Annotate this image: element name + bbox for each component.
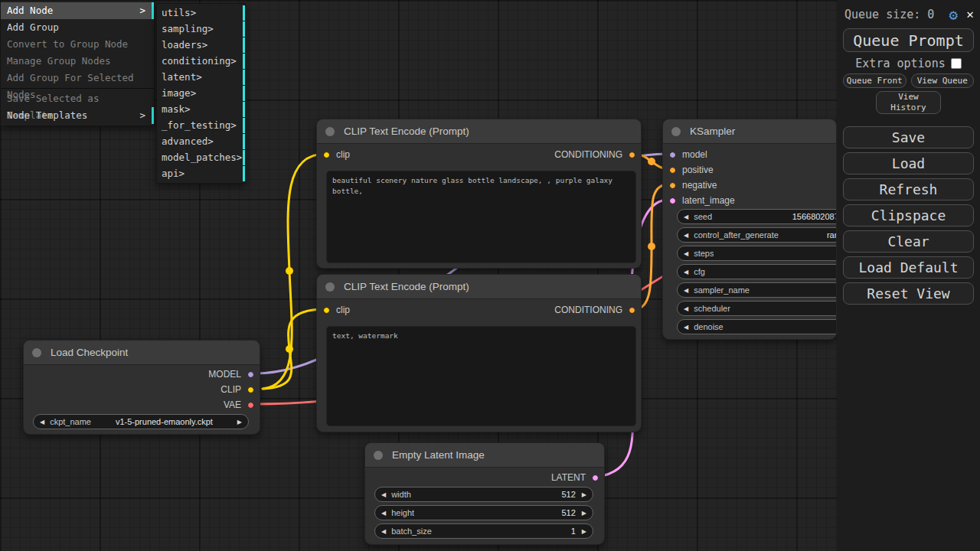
denoise-widget[interactable]: ◀ denoise bbox=[677, 319, 837, 334]
menu-item-label: Save Selected as Template bbox=[7, 90, 148, 107]
conditioning-port-icon[interactable] bbox=[629, 307, 635, 314]
control-after-generate-widget[interactable]: ◀ control_after_generate ran ▶ bbox=[677, 227, 837, 243]
prompt-textarea[interactable]: beautiful scenery nature glass bottle la… bbox=[326, 171, 636, 263]
arrow-left-icon[interactable]: ◀ bbox=[684, 214, 688, 220]
node-empty-latent-image[interactable]: Empty Latent Image LATENT ◀ width 512 ▶ … bbox=[364, 442, 605, 545]
collapse-dot-icon[interactable] bbox=[32, 348, 41, 357]
latent-port-icon[interactable] bbox=[669, 197, 676, 204]
clip-port-icon[interactable] bbox=[323, 307, 330, 314]
arrow-left-icon[interactable]: ◀ bbox=[684, 287, 688, 294]
arrow-right-icon[interactable]: ▶ bbox=[237, 419, 242, 425]
submenu-item-loaders[interactable]: loaders > bbox=[157, 37, 245, 53]
view-queue-button[interactable]: View Queue bbox=[911, 73, 975, 88]
submenu-item-model-patches[interactable]: model_patches > bbox=[157, 150, 245, 165]
menu-item-label: Add Node bbox=[7, 2, 139, 19]
clip-port-icon[interactable] bbox=[323, 152, 330, 158]
save-button[interactable]: Save bbox=[843, 126, 974, 148]
output-latent[interactable]: LATENT bbox=[551, 471, 599, 484]
collapse-dot-icon[interactable] bbox=[325, 127, 335, 136]
menu-item-add-group[interactable]: Add Group bbox=[1, 19, 154, 36]
settings-gear-icon[interactable]: ⚙ bbox=[949, 7, 958, 22]
input-clip[interactable]: clip bbox=[323, 148, 350, 161]
clipspace-button[interactable]: Clipspace bbox=[843, 204, 974, 227]
height-widget[interactable]: ◀ height 512 ▶ bbox=[374, 505, 593, 520]
load-button[interactable]: Load bbox=[843, 152, 974, 174]
arrow-left-icon[interactable]: ◀ bbox=[40, 419, 44, 425]
sampler-name-widget[interactable]: ◀ sampler_name bbox=[677, 282, 837, 298]
input-latent-image[interactable]: latent_image bbox=[669, 194, 735, 207]
menu-item-node-templates[interactable]: Node Templates > bbox=[1, 107, 154, 124]
width-widget[interactable]: ◀ width 512 ▶ bbox=[374, 487, 593, 502]
latent-port-icon[interactable] bbox=[592, 474, 599, 481]
vae-port-icon[interactable] bbox=[247, 402, 254, 409]
menu-item-label: Node Templates bbox=[7, 107, 139, 124]
conditioning-port-icon[interactable] bbox=[669, 167, 676, 174]
conditioning-port-icon[interactable] bbox=[669, 182, 676, 189]
output-vae[interactable]: VAE bbox=[224, 399, 254, 411]
arrow-left-icon[interactable]: ◀ bbox=[684, 305, 688, 312]
input-positive[interactable]: positive bbox=[669, 164, 714, 176]
node-load-checkpoint[interactable]: Load Checkpoint MODEL CLIP VAE ◀ ckpt_na… bbox=[23, 340, 260, 435]
collapse-dot-icon[interactable] bbox=[671, 127, 681, 136]
arrow-left-icon[interactable]: ◀ bbox=[684, 269, 688, 276]
node-ksampler[interactable]: KSampler model positive negative latent_… bbox=[662, 119, 837, 340]
reset-view-button[interactable]: Reset View bbox=[843, 282, 974, 305]
model-port-icon[interactable] bbox=[247, 371, 254, 378]
scheduler-widget[interactable]: ◀ scheduler bbox=[677, 301, 837, 316]
submenu-item-mask[interactable]: mask > bbox=[157, 102, 245, 117]
extra-options-checkbox[interactable] bbox=[951, 58, 962, 69]
output-conditioning[interactable]: CONDITIONING bbox=[554, 304, 635, 316]
port-label: positive bbox=[682, 165, 714, 175]
submenu-item-utils[interactable]: utils > bbox=[157, 5, 245, 21]
close-icon[interactable]: ✕ bbox=[966, 7, 974, 22]
submenu-item-image[interactable]: image > bbox=[157, 86, 245, 101]
refresh-button[interactable]: Refresh bbox=[843, 178, 974, 201]
input-negative[interactable]: negative bbox=[669, 179, 717, 191]
queue-prompt-button[interactable]: Queue Prompt bbox=[843, 28, 974, 52]
submenu-item-advanced[interactable]: advanced > bbox=[157, 134, 245, 149]
conditioning-port-icon[interactable] bbox=[629, 152, 635, 158]
widget-value: 1 bbox=[571, 527, 576, 536]
node-title: CLIP Text Encode (Prompt) bbox=[317, 119, 641, 144]
ckpt-name-widget[interactable]: ◀ ckpt_name v1-5-pruned-emaonly.ckpt ▶ bbox=[33, 414, 249, 429]
submenu-item-api[interactable]: api > bbox=[157, 166, 245, 181]
clip-port-icon[interactable] bbox=[247, 386, 254, 393]
arrow-left-icon[interactable]: ◀ bbox=[684, 250, 688, 257]
prompt-textarea[interactable]: text, watermark bbox=[326, 326, 636, 426]
input-clip[interactable]: clip bbox=[323, 304, 350, 316]
seed-widget[interactable]: ◀ seed 1566802087 ▶ bbox=[677, 209, 837, 224]
collapse-dot-icon[interactable] bbox=[325, 282, 335, 292]
batch-size-widget[interactable]: ◀ batch_size 1 ▶ bbox=[374, 523, 593, 539]
cfg-widget[interactable]: ◀ cfg bbox=[677, 264, 837, 279]
submenu-item-sampling[interactable]: sampling > bbox=[157, 21, 245, 37]
arrow-left-icon[interactable]: ◀ bbox=[381, 510, 386, 517]
steps-widget[interactable]: ◀ steps bbox=[677, 246, 837, 261]
output-clip[interactable]: CLIP bbox=[220, 383, 254, 396]
node-clip-text-encode-negative[interactable]: CLIP Text Encode (Prompt) clip CONDITION… bbox=[316, 274, 642, 432]
output-conditioning[interactable]: CONDITIONING bbox=[554, 148, 635, 161]
submenu-arrow-icon: > bbox=[196, 70, 202, 85]
arrow-left-icon[interactable]: ◀ bbox=[381, 528, 386, 535]
queue-front-button[interactable]: Queue Front bbox=[843, 73, 906, 88]
submenu-item-conditioning[interactable]: conditioning > bbox=[157, 54, 245, 69]
submenu-item-latent[interactable]: latent > bbox=[157, 70, 245, 85]
arrow-left-icon[interactable]: ◀ bbox=[381, 491, 386, 498]
node-clip-text-encode-positive[interactable]: CLIP Text Encode (Prompt) clip CONDITION… bbox=[316, 119, 642, 269]
load-default-button[interactable]: Load Default bbox=[843, 256, 974, 279]
arrow-left-icon[interactable]: ◀ bbox=[684, 324, 688, 331]
arrow-right-icon[interactable]: ▶ bbox=[582, 528, 586, 535]
model-port-icon[interactable] bbox=[669, 152, 676, 158]
clear-button[interactable]: Clear bbox=[843, 230, 974, 253]
view-history-button[interactable]: View History bbox=[876, 91, 941, 114]
node-title: CLIP Text Encode (Prompt) bbox=[317, 275, 641, 299]
menu-item-add-node[interactable]: Add Node > bbox=[1, 2, 154, 19]
arrow-right-icon[interactable]: ▶ bbox=[582, 510, 586, 517]
collapse-dot-icon[interactable] bbox=[374, 451, 383, 460]
arrow-left-icon[interactable]: ◀ bbox=[684, 232, 688, 239]
menu-item-label: loaders bbox=[162, 37, 202, 53]
submenu-item-for-testing[interactable]: _for_testing > bbox=[157, 118, 245, 133]
queue-actions-row: Queue Front View Queue bbox=[843, 73, 974, 88]
input-model[interactable]: model bbox=[669, 148, 707, 161]
arrow-right-icon[interactable]: ▶ bbox=[582, 491, 586, 498]
output-model[interactable]: MODEL bbox=[208, 368, 254, 380]
